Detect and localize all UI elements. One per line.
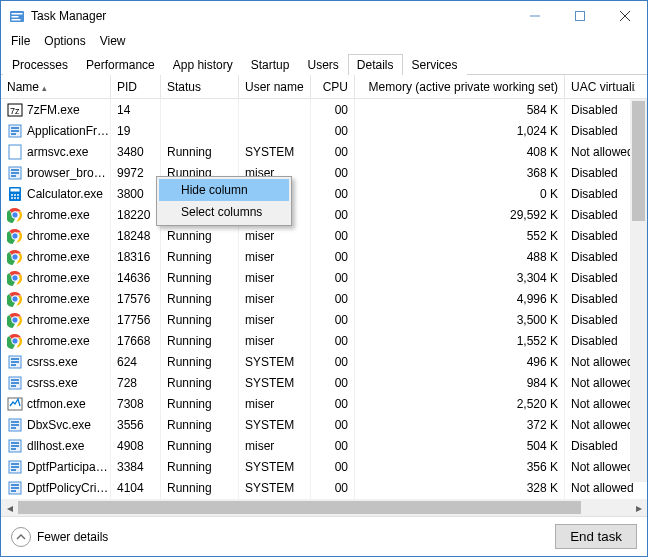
table-row[interactable]: chrome.exe18248Runningmiser00552 KDisabl…	[1, 225, 647, 246]
col-header-user[interactable]: User name	[239, 75, 311, 98]
end-task-button[interactable]: End task	[555, 524, 637, 549]
table-row[interactable]: browser_bro…9972Runningmiser00368 KDisab…	[1, 162, 647, 183]
svg-rect-56	[11, 358, 19, 360]
cell-name: chrome.exe	[27, 271, 90, 285]
tab-app-history[interactable]: App history	[164, 54, 242, 75]
col-header-memory[interactable]: Memory (active private working set)	[355, 75, 565, 98]
minimize-button[interactable]	[512, 1, 557, 31]
cell-cpu: 00	[311, 162, 355, 183]
cell-status: Running	[161, 393, 239, 414]
svg-rect-61	[11, 382, 19, 384]
cell-user	[239, 99, 311, 120]
cell-uac: Disabled	[565, 267, 635, 288]
cell-status: Running	[161, 141, 239, 162]
table-row[interactable]: chrome.exe18220Runningmiser0029,592 KDis…	[1, 204, 647, 225]
tab-users[interactable]: Users	[298, 54, 347, 75]
tab-details[interactable]: Details	[348, 54, 403, 75]
scroll-left-icon[interactable]: ◂	[1, 499, 18, 516]
cell-uac: Not allowed	[565, 414, 635, 435]
table-body[interactable]: 7z7zFM.exe1400584 KDisabledApplicationFr…	[1, 99, 647, 499]
cell-cpu: 00	[311, 225, 355, 246]
svg-rect-73	[11, 463, 19, 465]
cell-pid: 728	[111, 372, 161, 393]
cell-memory: 488 K	[355, 246, 565, 267]
col-header-uac[interactable]: UAC virtualization	[565, 75, 635, 98]
col-header-pid[interactable]: PID	[111, 75, 161, 98]
cell-name: chrome.exe	[27, 250, 90, 264]
titlebar[interactable]: Task Manager	[1, 1, 647, 31]
cell-pid: 3384	[111, 456, 161, 477]
process-icon	[7, 144, 23, 160]
scrollbar-thumb[interactable]	[632, 101, 645, 221]
cell-status: Running	[161, 351, 239, 372]
table-row[interactable]: chrome.exe14636Runningmiser003,304 KDisa…	[1, 267, 647, 288]
svg-rect-74	[11, 466, 19, 468]
cell-status	[161, 120, 239, 141]
cell-pid: 4104	[111, 477, 161, 498]
cell-user: SYSTEM	[239, 414, 311, 435]
cell-memory: 504 K	[355, 435, 565, 456]
table-row[interactable]: csrss.exe624RunningSYSTEM00496 KNot allo…	[1, 351, 647, 372]
table-row[interactable]: chrome.exe17576Runningmiser004,996 KDisa…	[1, 288, 647, 309]
table-row[interactable]: csrss.exe728RunningSYSTEM00984 KNot allo…	[1, 372, 647, 393]
svg-rect-20	[11, 188, 20, 191]
scroll-right-icon[interactable]: ▸	[630, 499, 647, 516]
fewer-details-button[interactable]: Fewer details	[11, 527, 108, 547]
maximize-button[interactable]	[557, 1, 602, 31]
table-row[interactable]: DptfPolicyCri…4104RunningSYSTEM00328 KNo…	[1, 477, 647, 498]
table-row[interactable]: armsvc.exe3480RunningSYSTEM00408 KNot al…	[1, 141, 647, 162]
cell-memory: 2,520 K	[355, 393, 565, 414]
cell-cpu: 00	[311, 309, 355, 330]
tab-performance[interactable]: Performance	[77, 54, 164, 75]
cell-status: Running	[161, 330, 239, 351]
process-icon	[7, 438, 23, 454]
menu-file[interactable]: File	[5, 32, 36, 50]
tab-processes[interactable]: Processes	[3, 54, 77, 75]
cell-memory: 356 K	[355, 456, 565, 477]
cell-cpu: 00	[311, 435, 355, 456]
menu-select-columns[interactable]: Select columns	[159, 201, 289, 223]
table-row[interactable]: ApplicationFr…19001,024 KDisabled	[1, 120, 647, 141]
table-row[interactable]: DptfParticipa…3384RunningSYSTEM00356 KNo…	[1, 456, 647, 477]
cell-memory: 29,592 K	[355, 204, 565, 225]
svg-text:7z: 7z	[10, 106, 20, 116]
col-header-cpu[interactable]: CPU	[311, 75, 355, 98]
vertical-scrollbar[interactable]	[630, 99, 647, 482]
table-row[interactable]: chrome.exe17668Runningmiser001,552 KDisa…	[1, 330, 647, 351]
table-row[interactable]: dllhost.exe4908Runningmiser00504 KDisabl…	[1, 435, 647, 456]
horizontal-scrollbar[interactable]: ◂ ▸	[1, 499, 647, 516]
table-row[interactable]: DbxSvc.exe3556RunningSYSTEM00372 KNot al…	[1, 414, 647, 435]
cell-cpu: 00	[311, 288, 355, 309]
cell-memory: 0 K	[355, 183, 565, 204]
cell-pid: 3480	[111, 141, 161, 162]
tab-services[interactable]: Services	[403, 54, 467, 75]
cell-status: Running	[161, 456, 239, 477]
table-row[interactable]: chrome.exe18316Runningmiser00488 KDisabl…	[1, 246, 647, 267]
table-row[interactable]: 7z7zFM.exe1400584 KDisabled	[1, 99, 647, 120]
menu-view[interactable]: View	[94, 32, 132, 50]
cell-name: ctfmon.exe	[27, 397, 86, 411]
menu-hide-column[interactable]: Hide column	[159, 179, 289, 201]
cell-memory: 552 K	[355, 225, 565, 246]
col-header-status[interactable]: Status	[161, 75, 239, 98]
process-icon	[7, 207, 23, 223]
table-row[interactable]: chrome.exe17756Runningmiser003,500 KDisa…	[1, 309, 647, 330]
svg-rect-17	[11, 172, 19, 174]
table-row[interactable]: Calculator.exe3800Suspendedmiser000 KDis…	[1, 183, 647, 204]
scrollbar-thumb[interactable]	[18, 501, 581, 514]
tab-startup[interactable]: Startup	[242, 54, 299, 75]
svg-point-25	[14, 197, 16, 199]
menu-options[interactable]: Options	[38, 32, 91, 50]
cell-status: Running	[161, 246, 239, 267]
close-button[interactable]	[602, 1, 647, 31]
process-icon	[7, 396, 23, 412]
svg-rect-71	[11, 448, 16, 450]
cell-name: DptfPolicyCri…	[27, 481, 108, 495]
table-row[interactable]: ctfmon.exe7308Runningmiser002,520 KNot a…	[1, 393, 647, 414]
process-icon	[7, 249, 23, 265]
cell-status	[161, 99, 239, 120]
cell-name: DptfParticipa…	[27, 460, 108, 474]
cell-memory: 3,304 K	[355, 267, 565, 288]
cell-uac: Disabled	[565, 309, 635, 330]
col-header-name[interactable]: Name	[1, 75, 111, 98]
